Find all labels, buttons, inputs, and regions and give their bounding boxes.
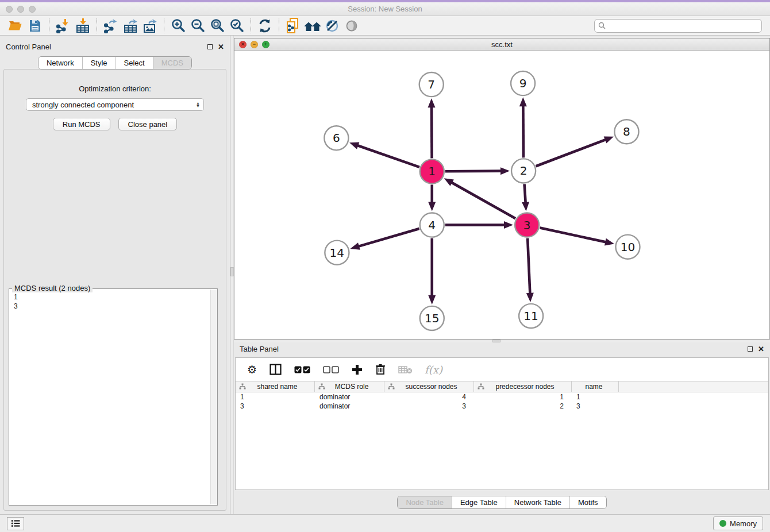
close-panel-button[interactable]: Close panel <box>118 118 178 130</box>
cell-MCDS-role[interactable]: dominator <box>315 393 384 401</box>
zoom-out-button[interactable] <box>188 17 207 34</box>
column-header-label: name <box>575 383 618 391</box>
cell-successor-nodes[interactable]: 4 <box>384 393 474 401</box>
close-window-button[interactable] <box>6 6 13 13</box>
tab-network-table[interactable]: Network Table <box>506 496 570 508</box>
cell-predecessor-nodes[interactable]: 1 <box>474 393 572 401</box>
horizontal-splitter[interactable] <box>234 340 770 342</box>
split-panel-icon[interactable] <box>270 364 282 375</box>
node-table-container: ⚙ <box>235 357 769 490</box>
export-table-button[interactable] <box>121 17 140 34</box>
column-header-shared-name[interactable]: shared name <box>236 381 315 392</box>
cell-predecessor-nodes[interactable]: 2 <box>474 402 572 410</box>
tab-network[interactable]: Network <box>38 57 83 69</box>
maximize-window-button[interactable] <box>29 6 36 13</box>
tab-motifs[interactable]: Motifs <box>570 496 606 508</box>
add-column-icon[interactable] <box>352 364 363 375</box>
zoom-fit-button[interactable] <box>207 17 227 34</box>
splitter-handle[interactable] <box>230 267 234 276</box>
column-header-successor-nodes[interactable]: successor nodes <box>384 381 474 392</box>
cell-successor-nodes[interactable]: 3 <box>384 402 474 410</box>
cell-name[interactable]: 1 <box>572 393 619 401</box>
run-mcds-button[interactable]: Run MCDS <box>53 118 110 130</box>
show-hidden-button[interactable] <box>342 17 361 34</box>
apply-layout-button[interactable] <box>255 17 275 34</box>
toolbar-separator <box>97 18 97 33</box>
edge-2-9[interactable] <box>523 105 523 157</box>
memory-button[interactable]: Memory <box>713 516 763 530</box>
network-graph[interactable]: 7968124314101511 <box>234 51 769 339</box>
minimize-window-button[interactable] <box>17 6 24 13</box>
search-field[interactable] <box>594 19 762 33</box>
tab-edge-table[interactable]: Edge Table <box>452 496 506 508</box>
table-panel-header: Table Panel ✕ <box>234 342 770 355</box>
float-panel-icon[interactable] <box>207 44 213 49</box>
splitter-handle[interactable] <box>492 340 500 342</box>
search-input[interactable] <box>608 22 758 30</box>
open-file-button[interactable] <box>6 17 25 34</box>
list-icon <box>11 519 20 527</box>
first-neighbors-button[interactable] <box>303 17 322 34</box>
import-network-button[interactable] <box>53 17 73 34</box>
table-header-row[interactable]: shared nameMCDS rolesuccessor nodesprede… <box>236 381 768 392</box>
zoom-in-button[interactable] <box>168 17 188 34</box>
column-header-name[interactable]: name <box>572 381 619 392</box>
select-all-checkboxes-icon[interactable] <box>294 366 310 373</box>
network-canvas[interactable]: 7968124314101511 <box>234 51 769 339</box>
toolbar-separator <box>251 18 251 33</box>
close-panel-icon[interactable]: ✕ <box>758 345 764 353</box>
tab-mcds[interactable]: MCDS <box>153 57 191 69</box>
close-panel-icon[interactable]: ✕ <box>218 43 224 51</box>
edge-2-3[interactable] <box>525 184 526 203</box>
import-table-button[interactable] <box>73 17 93 34</box>
hide-selected-button[interactable] <box>322 17 342 34</box>
zoom-selected-button[interactable] <box>227 17 247 34</box>
column-header-label: MCDS role <box>325 383 384 391</box>
edge-1-7[interactable] <box>432 106 432 158</box>
save-session-button[interactable] <box>25 17 45 34</box>
delete-column-icon[interactable] <box>375 364 386 375</box>
column-header-MCDS-role[interactable]: MCDS role <box>315 381 384 392</box>
window-controls[interactable] <box>6 6 36 13</box>
column-header-label: predecessor nodes <box>484 383 571 391</box>
control-panel-tabs: NetworkStyleSelectMCDS <box>0 56 230 70</box>
edge-3-10[interactable] <box>540 228 607 242</box>
table-row[interactable]: 1dominator411 <box>236 392 768 402</box>
result-scrollbar[interactable] <box>210 290 217 504</box>
deselect-all-checkboxes-icon[interactable] <box>323 366 339 373</box>
cell-shared-name[interactable]: 3 <box>236 402 315 410</box>
vertical-splitter[interactable] <box>230 36 234 514</box>
column-header-predecessor-nodes[interactable]: predecessor nodes <box>474 381 572 392</box>
mcds-result-list[interactable]: 13 <box>10 290 210 504</box>
network-from-selection-button[interactable] <box>283 17 303 34</box>
table-settings-icon[interactable]: ⚙ <box>247 363 257 376</box>
edge-1-6[interactable] <box>356 145 419 167</box>
edge-1-2[interactable] <box>445 171 502 172</box>
network-minimize-button[interactable]: − <box>251 41 258 48</box>
edge-arrowhead <box>428 295 436 304</box>
export-image-button[interactable] <box>140 17 160 34</box>
edge-4-14[interactable] <box>357 229 419 246</box>
criterion-dropdown[interactable]: strongly connected component ▲▼ <box>26 98 204 111</box>
tab-select[interactable]: Select <box>116 57 153 69</box>
table-rows[interactable]: 1dominator4113dominator323 <box>236 392 768 411</box>
table-row[interactable]: 3dominator323 <box>236 402 768 411</box>
result-item[interactable]: 1 <box>14 292 206 302</box>
cell-shared-name[interactable]: 1 <box>236 393 315 401</box>
tab-node-table[interactable]: Node Table <box>398 496 452 508</box>
network-close-button[interactable]: ✕ <box>239 41 247 48</box>
network-maximize-button[interactable]: + <box>262 41 270 48</box>
column-header-label: shared name <box>246 383 314 391</box>
task-history-button[interactable] <box>7 517 24 530</box>
result-item[interactable]: 3 <box>14 302 206 311</box>
edge-3-1[interactable] <box>451 182 515 219</box>
cell-MCDS-role[interactable]: dominator <box>315 402 384 410</box>
tab-style[interactable]: Style <box>83 57 116 69</box>
cell-name[interactable]: 3 <box>572 402 619 410</box>
node-label-11: 11 <box>523 309 538 323</box>
float-panel-icon[interactable] <box>748 346 753 352</box>
edge-3-11[interactable] <box>528 238 530 295</box>
edge-2-8[interactable] <box>536 139 607 166</box>
export-network-button[interactable] <box>101 17 121 34</box>
column-type-icon <box>388 383 395 390</box>
